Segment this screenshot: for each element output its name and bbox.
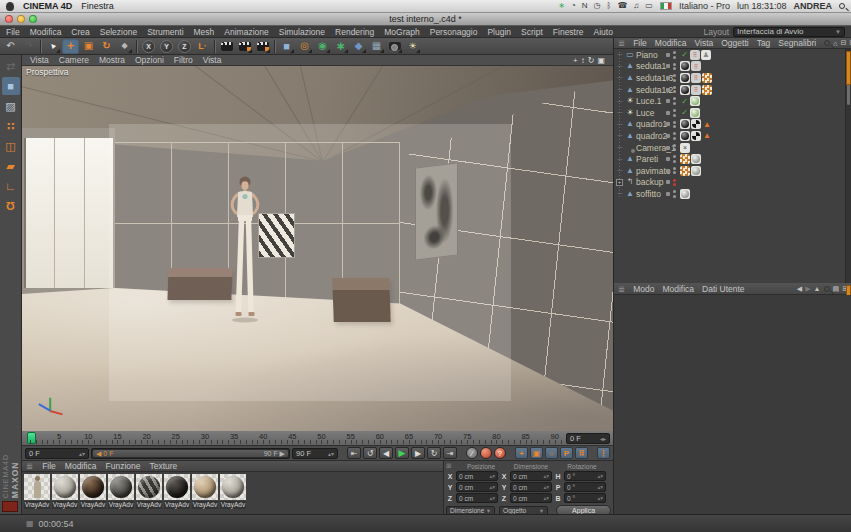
add-deformer-button[interactable]: ◆	[350, 39, 367, 54]
undo-button[interactable]: ↶	[2, 39, 19, 54]
user-menu[interactable]: ANDREA	[793, 1, 832, 11]
search-icon[interactable]	[824, 286, 830, 292]
coord-field-size[interactable]: 0 cm▴▾	[510, 471, 552, 481]
object-row[interactable]: ─▲quadro1▲	[614, 119, 846, 131]
current-frame-field[interactable]: 0 F ◂▸	[566, 433, 610, 444]
previous-frame-button[interactable]: ◀	[379, 447, 393, 459]
texture-mode-button[interactable]: ▨	[2, 97, 20, 115]
menu-modifica[interactable]: Modifica	[30, 27, 62, 37]
material-thumbnail[interactable]	[80, 474, 106, 500]
preview-range-slider[interactable]: ◀ 0 F 90 F ▶	[91, 448, 290, 459]
visibility-dots[interactable]	[673, 155, 676, 163]
visibility-dots[interactable]	[673, 167, 676, 175]
goto-end-button[interactable]: ⇥	[443, 447, 457, 459]
texture-tag[interactable]	[680, 166, 690, 176]
autokey-button[interactable]: ?	[494, 447, 506, 459]
menu-aiuto[interactable]: Aiuto	[594, 27, 613, 37]
mat-grey-tag[interactable]	[691, 166, 701, 176]
mat-grey-tag[interactable]	[691, 154, 701, 164]
coord-field-rotation[interactable]: 0 °▴▾	[564, 482, 606, 492]
scale-button[interactable]: ▣	[80, 39, 97, 54]
visibility-dots[interactable]	[673, 97, 676, 105]
move-button[interactable]: +	[62, 39, 79, 54]
coord-field-size[interactable]: 0 cm▴▾	[510, 482, 552, 492]
layer-dot[interactable]	[666, 88, 670, 92]
play-mode-button[interactable]: ↻	[427, 447, 441, 459]
mat-menu-texture[interactable]: Texture	[149, 461, 177, 471]
add-camera-button[interactable]	[386, 39, 403, 54]
am-menu-dati-utente[interactable]: Dati Utente	[702, 284, 745, 294]
expression-tag[interactable]: ✓	[680, 108, 689, 118]
layer-dot[interactable]	[666, 111, 670, 115]
menu-rendering[interactable]: Rendering	[335, 27, 374, 37]
coord-field-rotation[interactable]: 0 °▴▾	[564, 471, 606, 481]
object-row[interactable]: ─▲soffitto	[614, 188, 846, 200]
object-row[interactable]: ─▲seduta1.2⠿	[614, 84, 846, 96]
menu-simulazione[interactable]: Simulazione	[279, 27, 325, 37]
add-modeling-button[interactable]: ∗	[332, 39, 349, 54]
bluetooth-icon[interactable]: ᛒ	[607, 2, 612, 10]
texture-tag[interactable]	[680, 154, 690, 164]
coord-field-position[interactable]: 0 cm▴▾	[456, 493, 498, 503]
edge-mode-button[interactable]: ◫	[2, 137, 20, 155]
object-row[interactable]: ─▲quadro2▲	[614, 130, 846, 142]
material-item[interactable]: VrayAdv	[80, 474, 106, 509]
layer-dot[interactable]	[666, 99, 670, 103]
add-spline-button[interactable]: ◎	[296, 39, 313, 54]
mat-green-tag[interactable]	[690, 96, 700, 106]
material-item[interactable]: VrayAdv	[52, 474, 78, 509]
mat-dark-tag[interactable]	[680, 61, 690, 71]
add-nurbs-button[interactable]: ◉	[314, 39, 331, 54]
material-item[interactable]: VrayAdv	[108, 474, 134, 509]
input-language-menu[interactable]: Italiano - Pro	[679, 1, 730, 11]
polygon-mode-button[interactable]: ▰	[2, 157, 20, 175]
am-menu-modifica[interactable]: Modifica	[662, 284, 694, 294]
macos-app-menu[interactable]: CINEMA 4D	[23, 1, 72, 11]
vp-menu-filtro-4[interactable]: Filtro	[174, 55, 193, 65]
play-button[interactable]: ▶	[395, 447, 409, 459]
menu-selezione[interactable]: Selezione	[100, 27, 137, 37]
point-mode-button[interactable]: ∷	[2, 117, 20, 135]
om-menu-modifica[interactable]: Modifica	[655, 38, 687, 48]
texture-tag[interactable]	[702, 85, 712, 95]
rotate-button[interactable]: ↻	[98, 39, 115, 54]
vray-side-tab[interactable]	[846, 51, 851, 85]
pan-icon[interactable]: +	[573, 56, 578, 65]
layer-dot[interactable]	[666, 134, 670, 138]
layer-dot[interactable]	[666, 76, 670, 80]
material-item[interactable]: VrayAdv	[136, 474, 162, 509]
material-item[interactable]: VrayAdv	[164, 474, 190, 509]
visibility-dots[interactable]	[673, 144, 676, 152]
expression-tag[interactable]: ✓	[680, 50, 689, 60]
visibility-dots[interactable]	[673, 63, 676, 71]
add-light-button[interactable]: ☀	[404, 39, 421, 54]
visibility-dots[interactable]	[673, 190, 676, 198]
mat-menu-funzione[interactable]: Funzione	[105, 461, 140, 471]
material-thumbnail[interactable]	[164, 474, 190, 500]
lock-z-button[interactable]: Z	[176, 39, 193, 54]
object-row[interactable]: ─▭Piano✓⠿♟	[614, 49, 846, 61]
object-row[interactable]: ─Camera_1×	[614, 142, 846, 154]
visibility-dots[interactable]	[673, 86, 676, 94]
clock-menu[interactable]: lun 18:31:08	[737, 1, 787, 11]
menu-plugin[interactable]: Plugin	[487, 27, 511, 37]
material-item[interactable]: VrayAdv	[220, 474, 246, 509]
range-end-field[interactable]: 90 F ▴▾	[292, 448, 338, 459]
material-item[interactable]: VrayAdv	[192, 474, 218, 509]
layer-dot[interactable]	[666, 157, 670, 161]
vp-menu-mostra-2[interactable]: Mostra	[99, 55, 125, 65]
material-thumbnail[interactable]	[136, 474, 162, 500]
vp-menu-vista-5[interactable]: Vista	[203, 55, 222, 65]
object-row[interactable]: ─▲Pareti	[614, 153, 846, 165]
macos-menu-finestra[interactable]: Finestra	[81, 1, 114, 11]
collapse-icon[interactable]: ⊟	[840, 39, 846, 47]
lock-y-button[interactable]: Y	[158, 39, 175, 54]
record-keyframe-button[interactable]	[480, 447, 492, 459]
phong-tag[interactable]: ⠿	[691, 61, 701, 71]
coord-field-rotation[interactable]: 0 °▴▾	[564, 493, 606, 503]
maximize-icon[interactable]: ▣	[597, 56, 605, 65]
menu-mograph[interactable]: MoGraph	[384, 27, 419, 37]
mat-menu-file[interactable]: File	[42, 461, 56, 471]
texture-tag[interactable]	[702, 73, 712, 83]
menu-strumenti[interactable]: Strumenti	[147, 27, 183, 37]
